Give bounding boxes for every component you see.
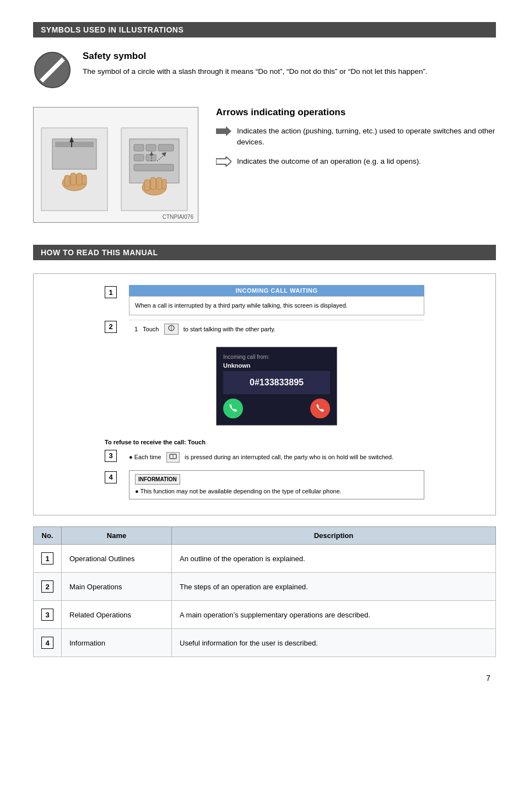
caller-label: Incoming call from: <box>223 354 330 360</box>
refuse-text: To refuse to receive the call: Touch <box>105 439 206 445</box>
svg-rect-14 <box>146 144 156 151</box>
arrows-block: CTNPIAI076 Arrows indicating operations … <box>33 107 496 223</box>
diagram-num-3: 3 <box>105 450 117 462</box>
table-row: 3Related OperationsA main operation’s su… <box>34 601 496 629</box>
diagram-wrapper: 1 INCOMING CALL WAITING When a call is i… <box>105 285 424 504</box>
safety-title: Safety symbol <box>83 51 428 62</box>
incoming-header: INCOMING CALL WAITING <box>129 285 424 296</box>
table-row: 1Operational OutlinesAn outline of the o… <box>34 545 496 573</box>
caller-number: 0#133833895 <box>228 375 326 390</box>
svg-rect-18 <box>134 164 174 171</box>
safety-text-block: Safety symbol The symbol of a circle wit… <box>83 51 428 77</box>
caller-number-box: 0#133833895 <box>223 371 330 394</box>
safety-symbol-block: Safety symbol The symbol of a circle wit… <box>33 51 496 89</box>
table-cell-num: 1 <box>34 545 62 573</box>
diagram-content-3: ● Each time is pressed during an interru… <box>129 449 424 466</box>
table-cell-name: Main Operations <box>62 573 172 601</box>
svg-rect-6 <box>64 175 70 186</box>
arrow-desc-1: Indicates the action (pushing, turning, … <box>237 126 496 148</box>
table-cell-desc: Useful information for the user is descr… <box>172 629 496 657</box>
step-row-1: 1 Touch to start talking with the other … <box>129 320 424 338</box>
diagram-row-2: 2 1 Touch to start talking with the othe… <box>105 320 424 434</box>
svg-rect-15 <box>158 144 174 151</box>
table-cell-name: Related Operations <box>62 601 172 629</box>
table-cell-num: 2 <box>34 573 62 601</box>
arrows-text-block: Arrows indicating operations Indicates t… <box>216 107 496 177</box>
illustration-svg <box>36 111 196 219</box>
arrow-outline-icon <box>216 157 231 169</box>
table-cell-desc: The steps of an operation are explained. <box>172 573 496 601</box>
diagram-content-4: INFORMATION ● This function may not be a… <box>129 470 424 500</box>
row-num-box: 2 <box>41 580 53 593</box>
info-label: INFORMATION <box>135 474 180 485</box>
phone-buttons <box>223 399 330 418</box>
svg-rect-23 <box>162 179 166 189</box>
row3-inner: 3 ● Each time is pressed during an inter… <box>105 449 424 466</box>
decline-button[interactable] <box>310 399 330 418</box>
safety-description: The symbol of a circle with a slash thro… <box>83 66 428 77</box>
svg-rect-13 <box>134 144 144 151</box>
svg-marker-27 <box>216 157 231 166</box>
caller-name: Unknown <box>223 362 330 369</box>
diagram-num-4: 4 <box>105 471 117 483</box>
illustration-caption: CTNPIAI076 <box>163 214 193 220</box>
diagram-row-1: 1 INCOMING CALL WAITING When a call is i… <box>105 285 424 315</box>
diagram-container: 1 INCOMING CALL WAITING When a call is i… <box>33 273 496 515</box>
how-to-read-header: HOW TO READ THIS MANUAL <box>33 245 496 260</box>
diagram-row-4: 4 INFORMATION ● This function may not be… <box>105 470 424 500</box>
arrows-title: Arrows indicating operations <box>216 107 496 118</box>
svg-marker-26 <box>216 126 231 136</box>
answer-button[interactable] <box>223 399 243 418</box>
phone-screen-wrapper: Incoming call from: Unknown 0#133833895 <box>129 342 424 430</box>
page-number: 7 <box>33 674 496 682</box>
how-to-read-section: HOW TO READ THIS MANUAL 1 INCOMING CALL … <box>33 245 496 657</box>
table-row: 2Main OperationsThe steps of an operatio… <box>34 573 496 601</box>
symbols-header: SYMBOLS USED IN ILLUSTRATIONS <box>33 22 496 37</box>
svg-rect-7 <box>71 173 76 185</box>
diagram-row-3: To refuse to receive the call: Touch 3 ●… <box>105 439 424 466</box>
table-header-desc: Description <box>172 527 496 545</box>
table-cell-desc: A main operation’s supplementary operati… <box>172 601 496 629</box>
svg-rect-8 <box>77 173 82 185</box>
diagram-num-2: 2 <box>105 321 117 333</box>
table-cell-num: 3 <box>34 601 62 629</box>
each-time-icon <box>166 452 180 463</box>
table-cell-name: Operational Outlines <box>62 545 172 573</box>
arrow-desc-2: Indicates the outcome of an operation (e… <box>237 156 421 167</box>
table-cell-name: Information <box>62 629 172 657</box>
row3-content: To refuse to receive the call: Touch 3 ●… <box>105 439 424 466</box>
svg-rect-9 <box>82 175 87 185</box>
arrow-filled-icon <box>216 126 231 139</box>
table-header-no: No. <box>34 527 62 545</box>
table-row: 4InformationUseful information for the u… <box>34 629 496 657</box>
no-symbol-icon <box>33 51 72 89</box>
svg-rect-16 <box>134 154 144 161</box>
row-num-box: 4 <box>41 637 53 649</box>
svg-rect-22 <box>156 178 162 190</box>
info-text: ● This function may not be available dep… <box>135 487 418 496</box>
diagram-content-2: 1 Touch to start talking with the other … <box>129 320 424 434</box>
row-num-box: 3 <box>41 609 53 621</box>
touch-icon <box>164 324 179 335</box>
arrow-item-1: Indicates the action (pushing, turning, … <box>216 126 496 148</box>
phone-screen: Incoming call from: Unknown 0#133833895 <box>216 347 337 426</box>
svg-rect-4 <box>55 142 94 147</box>
symbols-section: SYMBOLS USED IN ILLUSTRATIONS Safety sym… <box>33 22 496 223</box>
svg-rect-20 <box>144 180 150 191</box>
table-cell-desc: An outline of the operation is explained… <box>172 545 496 573</box>
table-cell-num: 4 <box>34 629 62 657</box>
illustration-box: CTNPIAI076 <box>33 107 198 223</box>
bubble-box-1: When a call is interrupted by a third pa… <box>129 296 424 315</box>
arrow-item-2: Indicates the outcome of an operation (e… <box>216 156 496 169</box>
svg-rect-21 <box>150 178 156 190</box>
diagram-num-1: 1 <box>105 286 117 298</box>
table-header-name: Name <box>62 527 172 545</box>
row-num-box: 1 <box>41 552 53 564</box>
operations-table: No. Name Description 1Operational Outlin… <box>33 526 496 657</box>
diagram-content-1: INCOMING CALL WAITING When a call is int… <box>129 285 424 315</box>
